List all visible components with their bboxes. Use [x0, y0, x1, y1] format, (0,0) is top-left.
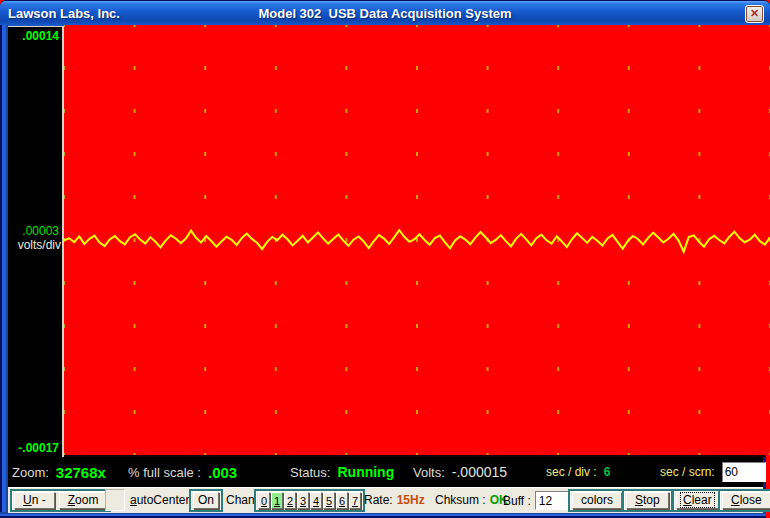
grid-dot	[134, 66, 136, 70]
autocenter-group: autoCenter:	[130, 493, 193, 507]
volts-per-div-value: .00003	[22, 224, 59, 238]
clear-frame: Clear	[672, 489, 723, 512]
clear-button-label: Clear	[681, 493, 714, 507]
grid-dot	[134, 195, 136, 199]
grid-dot	[134, 109, 136, 113]
grid-dot	[557, 152, 559, 156]
grid-dot	[345, 195, 347, 199]
autocenter-toggle-button[interactable]: On	[193, 492, 219, 509]
close-icon[interactable]: ✕	[745, 5, 764, 23]
grid-dot	[557, 66, 559, 70]
grid-dot	[345, 66, 347, 70]
grid-dot	[416, 66, 418, 70]
titlebar: Lawson Labs, Inc. Model 302 USB Data Acq…	[0, 0, 770, 26]
chan-button-7[interactable]: 7	[349, 492, 361, 509]
spacer-group	[105, 489, 125, 511]
grid-dot	[487, 109, 489, 113]
secdiv-readout: sec / div : 6	[546, 457, 610, 487]
axis-max-label: .00014	[22, 29, 59, 43]
grid-dot	[64, 410, 65, 414]
stop-button[interactable]: Stop	[626, 492, 669, 509]
fullscale-readout: % full scale : .003	[128, 457, 237, 487]
volts-label: Volts:	[413, 465, 445, 480]
grid-dot	[345, 281, 347, 285]
grid-dot	[698, 281, 700, 285]
chan-button-4[interactable]: 4	[310, 492, 322, 509]
grid-dot	[698, 324, 700, 328]
grid-dot	[416, 195, 418, 199]
axis-min-label: -.00017	[18, 441, 59, 455]
unzoom-button[interactable]: Un -	[14, 492, 55, 509]
status-bar: Zoom: 32768x % full scale : .003 Status:…	[8, 457, 763, 487]
grid-dot	[628, 109, 630, 113]
grid-dot	[416, 410, 418, 414]
window-border-left	[0, 25, 8, 512]
grid-dot	[204, 109, 206, 113]
grid-dot	[698, 109, 700, 113]
chan-button-6[interactable]: 6	[336, 492, 348, 509]
grid-dot	[64, 109, 65, 113]
grid-dot	[134, 152, 136, 156]
grid-dot	[275, 281, 277, 285]
status-label: Status:	[290, 465, 330, 480]
grid-dot	[64, 324, 65, 328]
chan-button-1[interactable]: 1	[271, 492, 283, 509]
autocenter-toggle-frame: On	[189, 489, 223, 512]
volts-per-div-unit: volts/div	[18, 238, 61, 252]
clear-button[interactable]: Clear	[676, 492, 719, 509]
chan-button-5[interactable]: 5	[323, 492, 335, 509]
grid-dot	[345, 25, 347, 27]
grid-dot	[275, 410, 277, 414]
grid-dot	[628, 367, 630, 371]
zoom-button-group: Un - Zoom	[10, 489, 111, 512]
chksum-readout: Chksum : OK	[435, 493, 508, 507]
grid-dot	[487, 25, 489, 27]
grid-dot	[345, 152, 347, 156]
grid-dot	[134, 281, 136, 285]
grid-dot	[416, 281, 418, 285]
grid-dot	[345, 367, 347, 371]
grid-dot	[628, 410, 630, 414]
close-button[interactable]: Close	[722, 492, 770, 509]
chan-button-2[interactable]: 2	[284, 492, 296, 509]
grid-dot	[64, 152, 65, 156]
grid-dot	[487, 195, 489, 199]
grid-dot	[204, 25, 206, 27]
grid-dot	[204, 367, 206, 371]
grid-dot	[416, 152, 418, 156]
grid-dot	[275, 324, 277, 328]
grid-dot	[134, 367, 136, 371]
status-value: Running	[337, 464, 394, 480]
chan-button-0[interactable]: 0	[258, 492, 270, 509]
grid-dot	[628, 25, 630, 27]
autocenter-label: autoCenter:	[130, 493, 193, 507]
status-readout: Status: Running	[290, 457, 394, 487]
fullscale-label: % full scale :	[128, 465, 201, 480]
secdiv-value: 6	[604, 465, 611, 479]
grid-dot	[487, 367, 489, 371]
rate-value: 15Hz	[397, 493, 425, 507]
rate-readout: Rate: 15Hz	[364, 493, 425, 507]
grid-dot	[275, 109, 277, 113]
grid-dot	[698, 25, 700, 27]
secscrn-input[interactable]	[722, 462, 766, 482]
grid-dot	[628, 281, 630, 285]
grid-dot	[416, 109, 418, 113]
grid-dot	[134, 25, 136, 27]
grid-dot	[487, 281, 489, 285]
grid-dot	[134, 410, 136, 414]
rate-label: Rate:	[364, 493, 393, 507]
colors-button[interactable]: colors	[572, 492, 622, 509]
chksum-label: Chksum :	[435, 493, 486, 507]
grid-dot	[557, 109, 559, 113]
zoom-button[interactable]: Zoom	[59, 492, 108, 509]
grid-dot	[698, 66, 700, 70]
waveform-plot[interactable]	[64, 25, 770, 455]
secdiv-label: sec / div :	[546, 465, 597, 479]
colors-frame: colors	[568, 489, 626, 512]
grid-dot	[416, 324, 418, 328]
grid-dot	[628, 66, 630, 70]
grid-dot	[557, 324, 559, 328]
grid-dot	[204, 281, 206, 285]
chan-button-3[interactable]: 3	[297, 492, 309, 509]
